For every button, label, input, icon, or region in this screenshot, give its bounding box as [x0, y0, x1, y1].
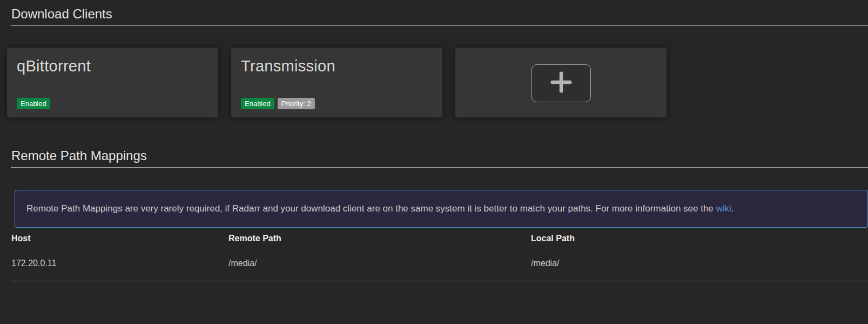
- add-client-button[interactable]: [531, 64, 591, 102]
- enabled-badge: Enabled: [17, 98, 50, 109]
- table-header-row: Host Remote Path Local Path: [11, 228, 868, 248]
- remote-path-mappings-section: Remote Path Mappings: [11, 143, 868, 168]
- client-card-qbittorrent[interactable]: qBittorrent Enabled: [7, 48, 218, 117]
- download-clients-card-row: qBittorrent Enabled Transmission Enabled…: [7, 48, 868, 117]
- client-name: Transmission: [241, 57, 433, 75]
- client-card-transmission[interactable]: Transmission Enabled Priority: 2: [231, 48, 442, 117]
- add-client-card[interactable]: [455, 48, 667, 117]
- remote-path-mappings-info-alert: Remote Path Mappings are very rarely req…: [15, 190, 868, 228]
- priority-badge: Priority: 2: [278, 98, 315, 109]
- remote-path-cell: /media/: [228, 248, 530, 281]
- column-header-local-path: Local Path: [530, 228, 868, 248]
- download-clients-title: Download Clients: [11, 0, 868, 26]
- client-tags: Enabled Priority: 2: [241, 98, 315, 109]
- plus-icon: [546, 69, 576, 98]
- local-path-cell: /media/: [530, 248, 868, 281]
- column-header-host: Host: [11, 228, 228, 248]
- remote-path-mappings-table: Host Remote Path Local Path 172.20.0.11 …: [11, 228, 868, 281]
- info-text: Remote Path Mappings are very rarely req…: [26, 203, 734, 214]
- host-cell: 172.20.0.11: [11, 248, 228, 281]
- remote-path-mappings-title: Remote Path Mappings: [11, 143, 868, 168]
- client-name: qBittorrent: [17, 57, 208, 75]
- download-clients-section: Download Clients: [11, 0, 868, 26]
- client-tags: Enabled: [17, 98, 50, 109]
- enabled-badge: Enabled: [241, 98, 274, 109]
- wiki-link[interactable]: wiki: [716, 203, 731, 214]
- table-row: 172.20.0.11 /media/ /media/: [11, 248, 868, 281]
- column-header-remote-path: Remote Path: [228, 228, 530, 248]
